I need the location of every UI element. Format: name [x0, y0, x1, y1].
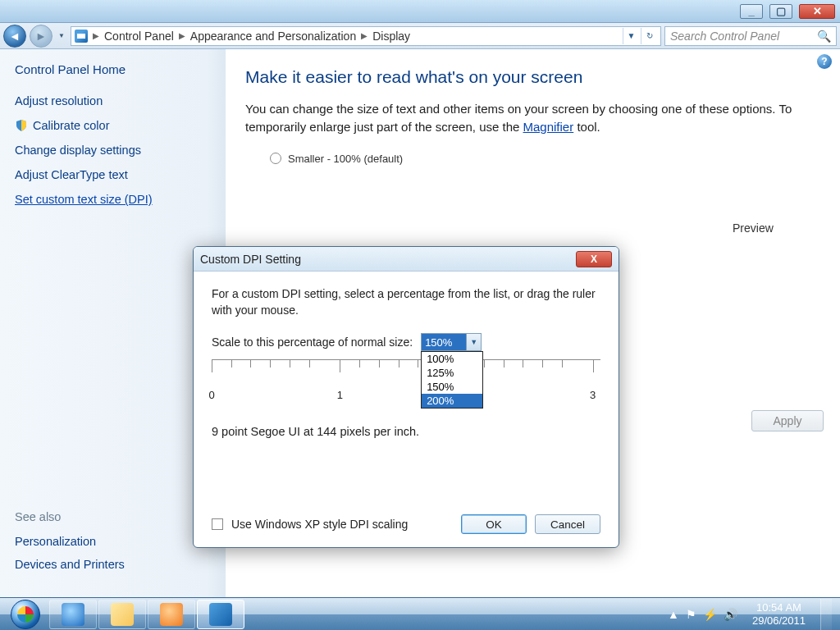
- radio-icon: [270, 153, 281, 164]
- close-button[interactable]: ✕: [799, 4, 835, 19]
- combobox-value: 150%: [422, 334, 466, 350]
- navigation-bar: ◄ ► ▼ ▶ Control Panel ▶ Appearance and P…: [0, 23, 840, 49]
- cancel-button[interactable]: Cancel: [535, 514, 600, 534]
- back-button[interactable]: ◄: [3, 25, 26, 48]
- desc-text: You can change the size of text and othe…: [245, 102, 792, 134]
- taskbar-clock[interactable]: 10:54 AM 29/06/2011: [746, 601, 812, 627]
- media-player-icon: [160, 603, 183, 626]
- sidebar-adjust-cleartype[interactable]: Adjust ClearType text: [15, 168, 211, 181]
- maximize-button[interactable]: ▢: [769, 4, 792, 19]
- close-icon: X: [591, 253, 597, 265]
- seealso-devices-printers[interactable]: Devices and Printers: [15, 558, 125, 571]
- window-titlebar: _ ▢ ✕: [0, 0, 840, 23]
- combobox-option-150[interactable]: 150%: [422, 380, 482, 394]
- nav-history-dropdown[interactable]: ▼: [56, 27, 67, 45]
- magnifier-link[interactable]: Magnifier: [523, 120, 574, 134]
- scale-percentage-combobox[interactable]: 150% ▼ 100% 125% 150% 200%: [421, 333, 482, 351]
- ruler-label-0: 0: [208, 389, 214, 401]
- sidebar: Control Panel Home Adjust resolution Cal…: [0, 49, 226, 597]
- folder-icon: [111, 603, 134, 626]
- combobox-list: 100% 125% 150% 200%: [421, 351, 483, 409]
- show-desktop-button[interactable]: [820, 599, 832, 630]
- seealso-personalization[interactable]: Personalization: [15, 535, 125, 548]
- taskbar-media-player[interactable]: [148, 600, 195, 629]
- display-icon: [75, 30, 88, 43]
- system-tray: ▲ ⚑ ⚡ 🔊 10:54 AM 29/06/2011: [668, 599, 837, 630]
- radio-label: Smaller - 100% (default): [288, 153, 403, 165]
- ruler-label-3: 3: [590, 389, 596, 401]
- desc-text: tool.: [573, 120, 600, 134]
- address-bar[interactable]: ▶ Control Panel ▶ Appearance and Persona…: [71, 26, 661, 46]
- dpi-sample-text: 9 point Segoe UI at 144 pixels per inch.: [212, 425, 600, 438]
- clock-time: 10:54 AM: [752, 601, 806, 614]
- address-dropdown[interactable]: ▼: [623, 28, 639, 44]
- arrow-left-icon: ◄: [9, 30, 21, 43]
- dialog-titlebar[interactable]: Custom DPI Setting X: [194, 247, 619, 272]
- chevron-right-icon: ▶: [93, 31, 99, 40]
- shield-icon: [15, 119, 28, 132]
- minimize-icon: _: [748, 5, 754, 17]
- apply-button[interactable]: Apply: [751, 410, 824, 431]
- sidebar-adjust-resolution[interactable]: Adjust resolution: [15, 94, 211, 107]
- chevron-right-icon: ▶: [361, 31, 368, 40]
- tray-show-hidden-icon[interactable]: ▲: [668, 608, 679, 621]
- dialog-title: Custom DPI Setting: [200, 253, 301, 266]
- dialog-instruction: For a custom DPI setting, select a perce…: [212, 286, 600, 318]
- minimize-button[interactable]: _: [740, 4, 763, 19]
- combobox-option-125[interactable]: 125%: [422, 366, 482, 380]
- scale-label: Scale to this percentage of normal size:: [212, 336, 413, 349]
- preview-label: Preview: [733, 221, 774, 235]
- start-button[interactable]: [3, 599, 48, 630]
- ruler-label-1: 1: [337, 389, 343, 401]
- taskbar-control-panel[interactable]: [197, 600, 244, 629]
- refresh-button[interactable]: ↻: [641, 28, 657, 44]
- tray-action-center-icon[interactable]: ⚑: [686, 608, 696, 621]
- sidebar-set-custom-dpi[interactable]: Set custom text size (DPI): [15, 193, 211, 206]
- sidebar-item-label: Calibrate color: [33, 119, 110, 132]
- search-placeholder: Search Control Panel: [670, 30, 779, 43]
- maximize-icon: ▢: [776, 5, 786, 17]
- sidebar-calibrate-color[interactable]: Calibrate color: [15, 119, 211, 132]
- xp-dpi-checkbox[interactable]: [212, 518, 223, 530]
- search-icon: 🔍: [817, 30, 831, 43]
- see-also-heading: See also: [15, 510, 125, 523]
- display-settings-icon: [209, 603, 232, 626]
- breadcrumb-item[interactable]: Appearance and Personalization: [190, 30, 356, 43]
- taskbar-explorer[interactable]: [98, 600, 146, 629]
- combobox-option-100[interactable]: 100%: [422, 352, 482, 366]
- chevron-right-icon: ▶: [179, 31, 185, 40]
- ie-icon: [62, 603, 84, 626]
- dialog-close-button[interactable]: X: [576, 251, 612, 267]
- arrow-right-icon: ►: [35, 30, 47, 43]
- breadcrumb-item[interactable]: Control Panel: [104, 30, 174, 43]
- taskbar: ▲ ⚑ ⚡ 🔊 10:54 AM 29/06/2011: [0, 597, 840, 630]
- control-panel-home-link[interactable]: Control Panel Home: [15, 62, 211, 76]
- close-icon: ✕: [813, 5, 822, 17]
- windows-orb-icon: [11, 600, 40, 629]
- page-description: You can change the size of text and othe…: [245, 100, 822, 136]
- custom-dpi-dialog: Custom DPI Setting X For a custom DPI se…: [193, 246, 619, 548]
- dpi-ruler[interactable]: 0 1 3: [212, 359, 600, 405]
- xp-dpi-label: Use Windows XP style DPI scaling: [231, 518, 408, 531]
- help-icon[interactable]: ?: [817, 54, 832, 69]
- clock-date: 29/06/2011: [752, 614, 806, 628]
- ok-button[interactable]: OK: [461, 514, 527, 534]
- sidebar-change-display-settings[interactable]: Change display settings: [15, 144, 211, 157]
- forward-button[interactable]: ►: [30, 25, 52, 48]
- radio-smaller-100[interactable]: Smaller - 100% (default): [270, 153, 822, 165]
- combobox-dropdown-button[interactable]: ▼: [466, 334, 481, 350]
- tray-power-icon[interactable]: ⚡: [703, 608, 717, 621]
- tray-volume-icon[interactable]: 🔊: [724, 608, 737, 621]
- page-title: Make it easier to read what's on your sc…: [245, 67, 822, 87]
- taskbar-ie[interactable]: [49, 600, 97, 629]
- search-input[interactable]: Search Control Panel 🔍: [664, 26, 837, 46]
- combobox-option-200[interactable]: 200%: [422, 394, 482, 408]
- breadcrumb-item[interactable]: Display: [372, 30, 410, 43]
